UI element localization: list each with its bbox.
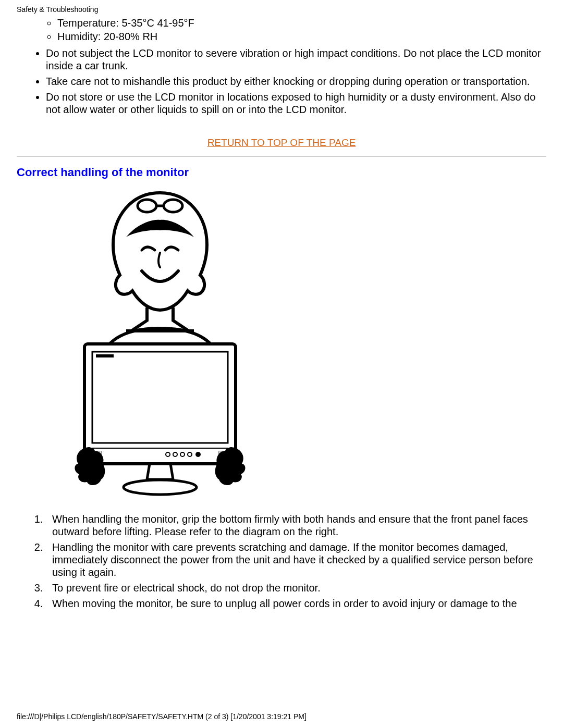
person-holding-monitor-icon <box>64 188 256 500</box>
safety-bullet-item: Take care not to mishandle this product … <box>46 75 546 88</box>
svg-point-11 <box>195 452 201 457</box>
handling-steps-list: When handling the monitor, grip the bott… <box>17 513 546 610</box>
section-divider <box>17 156 546 156</box>
safety-bullet-item: Do not subject the LCD monitor to severe… <box>46 47 546 72</box>
safety-bullet-list: Do not subject the LCD monitor to severe… <box>17 47 546 116</box>
handling-step-item: When handling the monitor, grip the bott… <box>46 513 546 538</box>
handling-illustration <box>17 188 546 500</box>
svg-rect-5 <box>96 354 114 357</box>
env-humidity: Humidity: 20-80% RH <box>57 30 546 43</box>
return-to-top-link[interactable]: RETURN TO TOP OF THE PAGE <box>207 137 356 148</box>
safety-bullet-item: Do not store or use the LCD monitor in l… <box>46 91 546 116</box>
handling-step-item: Handling the monitor with care prevents … <box>46 541 546 578</box>
environment-spec-list: Temperature: 5-35°C 41-95°F Humidity: 20… <box>17 17 546 43</box>
svg-rect-4 <box>92 352 228 443</box>
handling-step-item: To prevent fire or electrical shock, do … <box>46 582 546 594</box>
page-footer-path: file:///D|/Philips LCD/english/180P/SAFE… <box>17 712 307 721</box>
handling-step-item: When moving the monitor, be sure to unpl… <box>46 597 546 610</box>
return-to-top-container: RETURN TO TOP OF THE PAGE <box>17 137 546 149</box>
env-temperature: Temperature: 5-35°C 41-95°F <box>57 17 546 29</box>
svg-point-20 <box>124 480 197 495</box>
section-title: Correct handling of the monitor <box>17 166 546 179</box>
page-header-title: Safety & Troubleshooting <box>17 5 546 14</box>
